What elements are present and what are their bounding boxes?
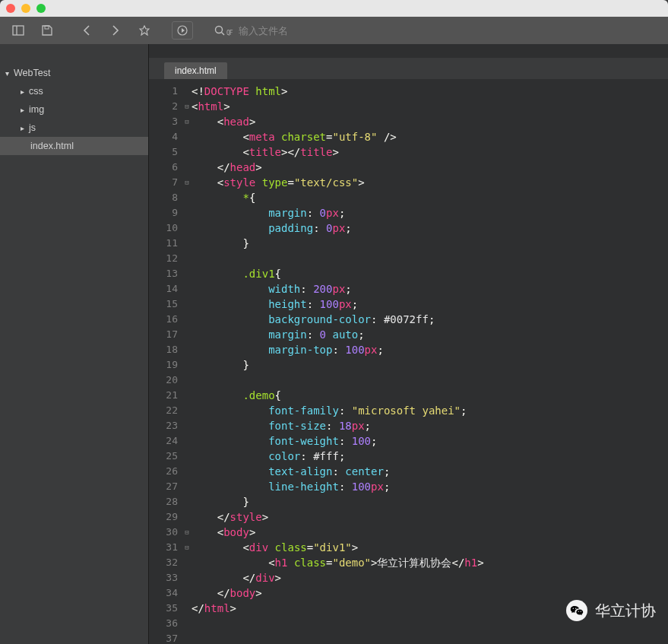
- code-line[interactable]: <div class="div1">: [192, 540, 668, 555]
- code-line[interactable]: </body>: [192, 585, 668, 601]
- code-line[interactable]: margin-top: 100px;: [192, 342, 668, 357]
- code-line[interactable]: <title></title>: [192, 144, 668, 160]
- line-number: 18: [149, 342, 178, 357]
- code-line[interactable]: }: [192, 236, 668, 251]
- file-index[interactable]: index.html: [0, 137, 148, 155]
- fold-marker: [182, 297, 192, 312]
- code-line[interactable]: </div>: [192, 570, 668, 585]
- toggle-sidebar-button[interactable]: [6, 20, 30, 41]
- code-line[interactable]: line-height: 100px;: [192, 479, 668, 494]
- line-number: 12: [149, 251, 178, 266]
- fold-marker: [182, 266, 192, 281]
- code-line[interactable]: width: 200px;: [192, 281, 668, 297]
- code-line[interactable]: <style type="text/css">: [192, 175, 668, 190]
- fold-marker: [182, 388, 192, 403]
- code-line[interactable]: text-align: center;: [192, 464, 668, 479]
- fold-marker: [182, 190, 192, 205]
- run-button[interactable]: [172, 21, 193, 40]
- code-line[interactable]: <html>: [192, 99, 668, 114]
- fold-marker: [182, 555, 192, 570]
- fold-marker: [182, 342, 192, 357]
- code-line[interactable]: padding: 0px;: [192, 220, 668, 236]
- code-line[interactable]: height: 100px;: [192, 297, 668, 312]
- fold-marker[interactable]: ⊟: [182, 540, 192, 555]
- fold-marker: [182, 160, 192, 175]
- code-content[interactable]: <!DOCTYPE html><html> <head> <meta chars…: [192, 84, 668, 644]
- back-button[interactable]: [74, 20, 99, 41]
- svg-marker-5: [182, 28, 185, 33]
- code-line[interactable]: *{: [192, 190, 668, 205]
- folder-js[interactable]: ▸ js: [0, 119, 148, 137]
- chevron-right-icon: [112, 25, 119, 36]
- folder-css[interactable]: ▸ css: [0, 82, 148, 100]
- line-number: 10: [149, 220, 178, 236]
- folder-label: img: [29, 104, 44, 115]
- fold-column[interactable]: ⊟⊟ ⊟ ⊟⊟: [182, 84, 192, 644]
- code-line[interactable]: </style>: [192, 509, 668, 525]
- forward-button[interactable]: [103, 20, 128, 41]
- code-line[interactable]: </head>: [192, 160, 668, 175]
- line-number: 26: [149, 464, 178, 479]
- line-number: 35: [149, 601, 178, 616]
- code-line[interactable]: }: [192, 494, 668, 509]
- line-number: 20: [149, 373, 178, 388]
- tab-index[interactable]: index.html: [164, 62, 227, 79]
- svg-point-6: [216, 27, 223, 33]
- code-line[interactable]: [192, 251, 668, 266]
- save-button[interactable]: [35, 20, 59, 41]
- fold-marker: [182, 251, 192, 266]
- code-line[interactable]: <h1 class="demo">华立计算机协会</h1>: [192, 555, 668, 570]
- fold-marker: [182, 373, 192, 388]
- fold-marker[interactable]: ⊟: [182, 114, 192, 129]
- star-icon: [139, 25, 150, 36]
- code-line[interactable]: [192, 631, 668, 644]
- code-line[interactable]: }: [192, 357, 668, 373]
- line-number: 8: [149, 190, 178, 205]
- code-line[interactable]: font-weight: 100;: [192, 433, 668, 449]
- code-line[interactable]: <body>: [192, 525, 668, 540]
- project-root[interactable]: ▾ WebTest: [0, 64, 148, 82]
- line-number: 36: [149, 616, 178, 631]
- folder-img[interactable]: ▸ img: [0, 100, 148, 119]
- code-line[interactable]: <!DOCTYPE html>: [192, 84, 668, 99]
- fold-marker: [182, 479, 192, 494]
- fold-marker[interactable]: ⊟: [182, 525, 192, 540]
- file-search-input[interactable]: [239, 25, 436, 36]
- code-line[interactable]: .div1{: [192, 266, 668, 281]
- line-number: 27: [149, 479, 178, 494]
- chevron-left-icon: [83, 25, 90, 36]
- code-line[interactable]: [192, 373, 668, 388]
- chevron-right-icon: ▸: [18, 124, 26, 132]
- fold-marker[interactable]: ⊟: [182, 175, 192, 190]
- fold-marker: [182, 403, 192, 418]
- fold-marker: [182, 357, 192, 373]
- close-window-button[interactable]: [6, 4, 15, 13]
- code-line[interactable]: .demo{: [192, 388, 668, 403]
- code-line[interactable]: background-color: #0072ff;: [192, 312, 668, 327]
- code-line[interactable]: margin: 0px;: [192, 205, 668, 220]
- line-number: 6: [149, 160, 178, 175]
- minimize-window-button[interactable]: [21, 4, 30, 13]
- bookmarks-button[interactable]: [132, 20, 157, 41]
- line-number: 15: [149, 297, 178, 312]
- code-line[interactable]: color: #fff;: [192, 449, 668, 464]
- code-line[interactable]: font-family: "microsoft yahei";: [192, 403, 668, 418]
- line-number: 3: [149, 114, 178, 129]
- watermark-text: 华立计协: [595, 601, 656, 621]
- fold-marker[interactable]: ⊟: [182, 99, 192, 114]
- tab-bar: index.html: [149, 58, 668, 79]
- code-line[interactable]: <head>: [192, 114, 668, 129]
- editor-area: index.html 12345678910111213141516171819…: [149, 44, 668, 644]
- line-number: 28: [149, 494, 178, 509]
- code-line[interactable]: <meta charset="utf-8" />: [192, 129, 668, 144]
- maximize-window-button[interactable]: [36, 4, 46, 13]
- file-search[interactable]: QF: [214, 25, 436, 36]
- line-number: 23: [149, 418, 178, 433]
- fold-marker: [182, 129, 192, 144]
- code-line[interactable]: margin: 0 auto;: [192, 327, 668, 342]
- code-editor[interactable]: 1234567891011121314151617181920212223242…: [149, 79, 668, 644]
- line-number: 22: [149, 403, 178, 418]
- save-icon: [42, 25, 52, 36]
- line-number: 4: [149, 129, 178, 144]
- code-line[interactable]: font-size: 18px;: [192, 418, 668, 433]
